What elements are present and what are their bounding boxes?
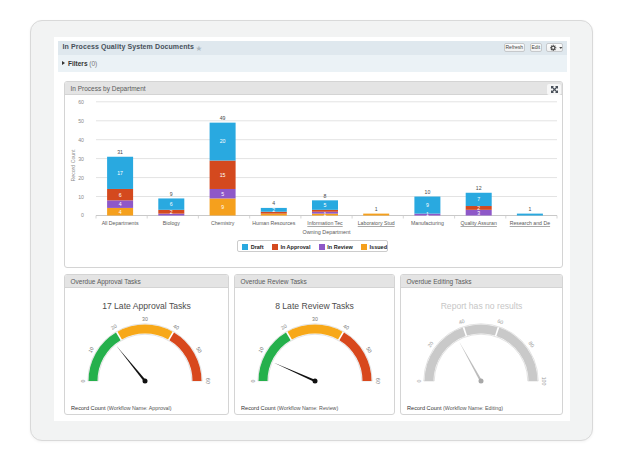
svg-text:7: 7 <box>477 196 480 202</box>
svg-text:20: 20 <box>78 175 84 181</box>
svg-text:20: 20 <box>110 323 118 331</box>
svg-text:31: 31 <box>117 149 123 155</box>
svg-text:9: 9 <box>426 202 429 208</box>
svg-text:Manufacturing: Manufacturing <box>411 220 444 226</box>
svg-text:Laboratory Stud: Laboratory Stud <box>358 220 395 226</box>
svg-text:60: 60 <box>205 378 211 384</box>
svg-text:10: 10 <box>78 194 84 200</box>
svg-text:0: 0 <box>250 379 256 382</box>
svg-text:9: 9 <box>221 204 224 210</box>
svg-text:5: 5 <box>324 202 327 208</box>
svg-text:1: 1 <box>426 211 429 217</box>
svg-text:60: 60 <box>497 318 504 326</box>
svg-text:17: 17 <box>117 170 123 176</box>
svg-text:20: 20 <box>280 323 288 331</box>
svg-text:5: 5 <box>221 191 224 197</box>
svg-text:49: 49 <box>220 115 226 121</box>
svg-text:50: 50 <box>78 118 84 124</box>
svg-text:12: 12 <box>476 185 482 191</box>
svg-text:15: 15 <box>220 172 226 178</box>
svg-text:4: 4 <box>119 209 122 215</box>
svg-text:1: 1 <box>375 206 378 212</box>
svg-text:20: 20 <box>220 138 226 144</box>
svg-text:0: 0 <box>81 212 84 218</box>
svg-text:1: 1 <box>528 206 531 212</box>
svg-text:50: 50 <box>365 346 373 354</box>
svg-text:Chemistry: Chemistry <box>211 220 235 226</box>
svg-text:100: 100 <box>541 377 547 386</box>
svg-text:20: 20 <box>426 340 434 348</box>
svg-text:9: 9 <box>170 191 173 197</box>
svg-text:Quality Assuran: Quality Assuran <box>461 220 497 226</box>
svg-text:1: 1 <box>324 211 327 217</box>
svg-text:40: 40 <box>458 318 465 326</box>
svg-text:2: 2 <box>272 207 275 213</box>
svg-text:Biology: Biology <box>163 220 180 226</box>
svg-text:0: 0 <box>416 379 422 382</box>
svg-text:Record Count: Record Count <box>70 149 76 182</box>
svg-text:4: 4 <box>272 200 275 206</box>
svg-text:30: 30 <box>312 316 318 322</box>
svg-text:60: 60 <box>78 99 84 105</box>
svg-text:Human Resources: Human Resources <box>252 220 295 226</box>
svg-text:50: 50 <box>195 346 203 354</box>
svg-text:80: 80 <box>527 340 535 348</box>
svg-text:Information Tec: Information Tec <box>307 220 343 226</box>
svg-text:40: 40 <box>172 323 180 331</box>
svg-text:Research and De: Research and De <box>510 220 550 226</box>
svg-text:60: 60 <box>375 378 381 384</box>
svg-text:4: 4 <box>119 201 122 207</box>
svg-text:0: 0 <box>80 379 86 382</box>
svg-text:2: 2 <box>170 209 173 215</box>
svg-text:10: 10 <box>425 189 431 195</box>
svg-text:6: 6 <box>170 201 173 207</box>
svg-text:10: 10 <box>87 346 95 354</box>
svg-text:Owning Department: Owning Department <box>303 229 351 235</box>
svg-text:8: 8 <box>324 193 327 199</box>
svg-text:30: 30 <box>142 316 148 322</box>
svg-text:2: 2 <box>477 205 480 211</box>
svg-text:All Departments: All Departments <box>102 220 139 226</box>
svg-text:6: 6 <box>119 192 122 198</box>
svg-text:40: 40 <box>342 323 350 331</box>
svg-text:40: 40 <box>78 137 84 143</box>
svg-text:10: 10 <box>257 346 265 354</box>
svg-text:30: 30 <box>78 156 84 162</box>
